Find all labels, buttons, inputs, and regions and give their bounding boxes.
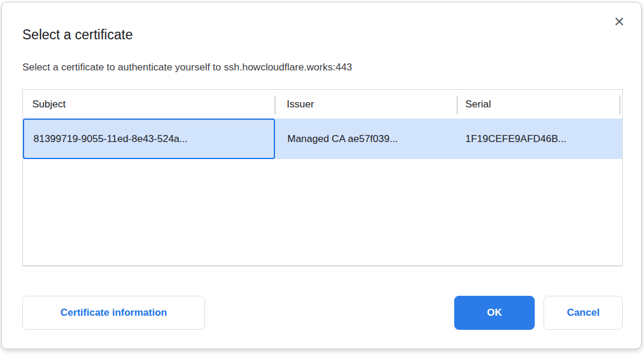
ok-button[interactable]: OK (454, 296, 535, 330)
close-icon-glyph: ✕ (613, 15, 625, 29)
cancel-button[interactable]: Cancel (544, 296, 623, 330)
column-header-subject[interactable]: Subject (32, 90, 66, 119)
close-icon[interactable]: ✕ (611, 13, 628, 31)
table-header-row: Subject Issuer Serial (23, 90, 622, 119)
dialog-subtitle: Select a certificate to authenticate you… (22, 62, 352, 73)
certificate-information-button-label: Certificate information (61, 307, 167, 319)
column-divider (619, 96, 620, 114)
cell-serial[interactable]: 1F19CEFE9AFD46B... (465, 119, 566, 159)
cell-subject[interactable]: 81399719-9055-11ed-8e43-524a... (33, 119, 187, 159)
column-header-issuer[interactable]: Issuer (287, 90, 314, 119)
column-header-serial[interactable]: Serial (465, 90, 491, 119)
certificate-information-button[interactable]: Certificate information (22, 296, 205, 330)
column-divider (274, 96, 276, 114)
cell-issuer[interactable]: Managed CA ae57f039... (287, 119, 398, 159)
ok-button-label: OK (487, 307, 502, 319)
cancel-button-label: Cancel (567, 307, 600, 319)
dialog-title: Select a certificate (22, 27, 133, 43)
certificate-row-selected[interactable]: 81399719-9055-11ed-8e43-524a... Managed … (23, 119, 622, 159)
column-divider (457, 96, 458, 114)
certificate-select-dialog: ✕ Select a certificate Select a certific… (1, 2, 642, 349)
certificate-table: Subject Issuer Serial 81399719-9055-11ed… (22, 89, 623, 266)
